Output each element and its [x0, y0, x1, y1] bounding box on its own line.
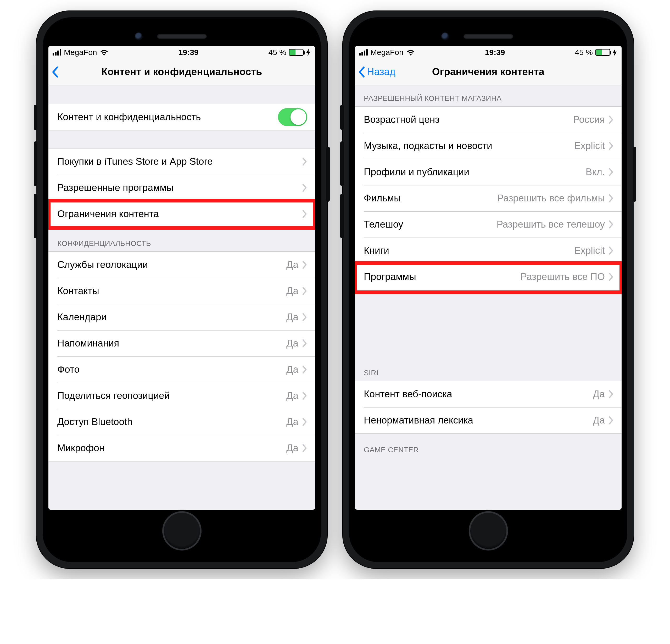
chevron-right-icon: [609, 416, 614, 424]
row-news-profiles[interactable]: Профили и публикации Вкл.: [355, 159, 621, 185]
clock: 19:39: [485, 48, 505, 57]
row-label: Календари: [57, 312, 282, 323]
carrier: MegaFon: [64, 48, 97, 57]
row-apps[interactable]: Программы Разрешить все ПО: [355, 264, 621, 290]
chevron-right-icon: [303, 365, 307, 374]
list-sections: Покупки в iTunes Store и App Store Разре…: [49, 148, 315, 227]
row-label: Поделиться геопозицией: [57, 390, 282, 401]
front-camera: [441, 32, 449, 40]
back-button[interactable]: Назад: [358, 59, 396, 85]
row-calendars[interactable]: Календари Да: [49, 304, 315, 330]
chevron-right-icon: [303, 339, 307, 347]
row-label: Напоминания: [57, 338, 282, 349]
row-label: Профили и публикации: [364, 167, 581, 178]
row-value: Да: [286, 390, 298, 401]
screen-left: MegaFon 19:39 45 % Контент и конфиденциа…: [49, 46, 315, 510]
row-label: Музыка, подкасты и новости: [364, 140, 570, 152]
volume-down: [34, 194, 37, 238]
chevron-right-icon: [303, 210, 307, 218]
group-privacy: Конфиденциальность Службы геолокации Да …: [49, 227, 315, 461]
home-button[interactable]: [162, 511, 202, 551]
back-chevron-icon: [358, 66, 366, 78]
earpiece: [157, 34, 207, 39]
row-label: Микрофон: [57, 443, 282, 454]
row-content-privacy-toggle[interactable]: Контент и конфиденциальность: [49, 104, 315, 130]
battery-icon: [595, 49, 610, 56]
row-label: Телешоу: [364, 219, 492, 230]
row-rating-region[interactable]: Возрастной ценз Россия: [355, 107, 621, 133]
blank-area: [355, 290, 621, 364]
row-reminders[interactable]: Напоминания Да: [49, 330, 315, 356]
chevron-right-icon: [303, 392, 307, 400]
back-button[interactable]: [51, 59, 59, 85]
row-contacts[interactable]: Контакты Да: [49, 278, 315, 304]
group-header: GAME CENTER: [355, 434, 621, 458]
battery-pct: 45 %: [575, 48, 593, 57]
row-label: Разрешенные программы: [57, 182, 298, 193]
row-label: Контент веб-поиска: [364, 389, 589, 400]
row-label: Фильмы: [364, 193, 493, 204]
chevron-right-icon: [303, 313, 307, 321]
row-movies[interactable]: Фильмы Разрешить все фильмы: [355, 185, 621, 211]
row-value: Разрешить все телешоу: [496, 219, 605, 230]
row-value: Вкл.: [586, 167, 605, 178]
row-microphone[interactable]: Микрофон Да: [49, 435, 315, 461]
row-value: Explicit: [574, 140, 605, 152]
row-value: Да: [286, 417, 298, 428]
row-label: Контент и конфиденциальность: [57, 111, 278, 122]
row-tv[interactable]: Телешоу Разрешить все телешоу: [355, 211, 621, 238]
row-value: Да: [593, 415, 605, 426]
nav-bar: Контент и конфиденциальность: [49, 59, 315, 86]
row-explicit-language[interactable]: Ненормативная лексика Да: [355, 407, 621, 433]
list-store: Возрастной ценз Россия Музыка, подкасты …: [355, 106, 621, 290]
group-header: Разрешенный контент магазина: [355, 86, 621, 106]
chevron-right-icon: [609, 168, 614, 176]
row-value: Россия: [573, 114, 605, 125]
battery-pct: 45 %: [269, 48, 286, 57]
status-bar: MegaFon 19:39 45 %: [355, 46, 621, 59]
chevron-right-icon: [303, 261, 307, 269]
row-label: Книги: [364, 245, 570, 256]
power-button: [326, 147, 330, 202]
row-books[interactable]: Книги Explicit: [355, 238, 621, 264]
row-itunes-purchases[interactable]: Покупки в iTunes Store и App Store: [49, 148, 315, 175]
row-value: Разрешить все ПО: [520, 271, 605, 282]
earpiece: [464, 34, 513, 39]
row-value: Да: [286, 286, 298, 297]
group-header: Конфиденциальность: [49, 227, 315, 251]
row-content-restrictions[interactable]: Ограничения контента: [49, 201, 315, 227]
row-allowed-apps[interactable]: Разрешенные программы: [49, 175, 315, 201]
carrier: MegaFon: [370, 48, 404, 57]
toggle-switch[interactable]: [278, 108, 307, 126]
front-camera: [135, 32, 143, 40]
row-web-search-content[interactable]: Контент веб-поиска Да: [355, 381, 621, 407]
row-share-location[interactable]: Поделиться геопозицией Да: [49, 383, 315, 409]
row-bluetooth[interactable]: Доступ Bluetooth Да: [49, 409, 315, 435]
group-game-center: GAME CENTER: [355, 434, 621, 458]
status-bar: MegaFon 19:39 45 %: [49, 46, 315, 59]
row-value: Разрешить все фильмы: [497, 193, 605, 204]
row-label: Службы геолокации: [57, 259, 282, 270]
screen-right: MegaFon 19:39 45 % Назад Ограничения кон…: [355, 46, 621, 510]
row-value: Explicit: [574, 245, 605, 256]
clock: 19:39: [178, 48, 199, 57]
group-store: Разрешенный контент магазина Возрастной …: [355, 86, 621, 290]
row-value: Да: [286, 259, 298, 270]
row-value: Да: [286, 443, 298, 454]
row-label: Фото: [57, 364, 282, 375]
nav-title: Контент и конфиденциальность: [101, 66, 262, 78]
chevron-right-icon: [303, 418, 307, 426]
row-label: Возрастной ценз: [364, 114, 569, 125]
row-photos[interactable]: Фото Да: [49, 356, 315, 383]
cell-signal-icon: [53, 49, 61, 55]
row-music-podcasts[interactable]: Музыка, подкасты и новости Explicit: [355, 133, 621, 159]
chevron-right-icon: [609, 194, 614, 202]
back-label: Назад: [367, 66, 396, 78]
charging-icon: [613, 49, 617, 56]
cell-signal-icon: [359, 49, 368, 55]
row-location[interactable]: Службы геолокации Да: [49, 252, 315, 278]
home-button[interactable]: [469, 511, 508, 551]
row-value: Да: [286, 338, 298, 349]
wifi-icon: [100, 49, 109, 56]
nav-bar: Назад Ограничения контента: [355, 59, 621, 86]
